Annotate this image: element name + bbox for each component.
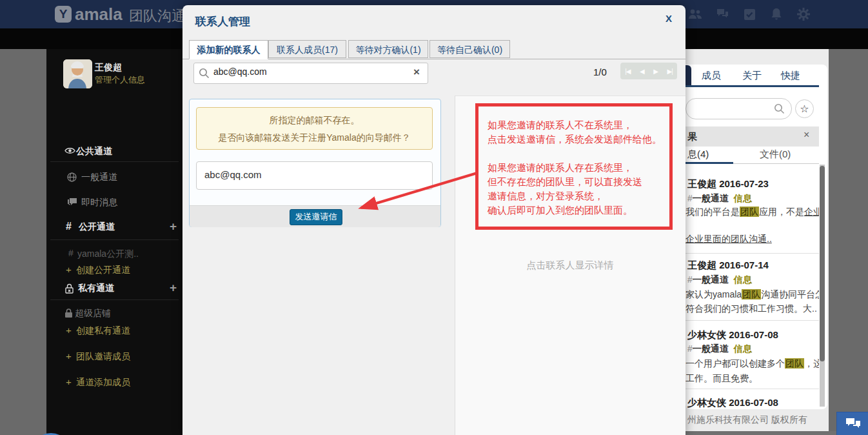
yamala-logo-icon: Y bbox=[55, 6, 72, 23]
avatar[interactable] bbox=[63, 59, 92, 88]
plus-icon: + bbox=[66, 325, 72, 336]
modal-close-button[interactable]: X bbox=[666, 13, 672, 24]
chat-icon[interactable] bbox=[715, 6, 730, 22]
result-snippet[interactable]: 一个用户都可以创建多个团队，这样 bbox=[686, 358, 819, 370]
sidebar-item-private-channels[interactable]: 私有通道 + bbox=[46, 282, 182, 295]
divider bbox=[686, 253, 819, 254]
tab-shortcuts[interactable]: 快捷 bbox=[781, 70, 800, 82]
result-snippet[interactable]: 符合我们的习惯和工作习惯。大.. bbox=[686, 303, 819, 315]
result-snippet[interactable]: 企业里面的团队沟通.. bbox=[686, 234, 819, 245]
divider bbox=[686, 389, 819, 389]
message-badge: 信息 bbox=[734, 193, 752, 203]
hash-icon: # bbox=[68, 248, 74, 258]
tab-about[interactable]: 关于 bbox=[742, 70, 762, 82]
tab-members[interactable]: 成员 bbox=[702, 70, 721, 82]
tasks-icon[interactable] bbox=[742, 6, 757, 22]
result-author-date[interactable]: 王俊超 2016-07-23 bbox=[687, 178, 769, 190]
right-page-margin bbox=[829, 49, 868, 435]
sidebar-item-yamala-open-test[interactable]: # yamala公开测.. bbox=[46, 248, 182, 261]
contact-search-input[interactable] bbox=[212, 66, 408, 77]
divider bbox=[686, 320, 819, 321]
result-channel-line: #一般通道信息 bbox=[687, 193, 752, 205]
tab-underline bbox=[686, 85, 819, 87]
left-page-margin bbox=[0, 49, 46, 435]
divider bbox=[50, 299, 179, 300]
result-snippet[interactable]: 我们的平台是团队应用，不是企业应 bbox=[686, 207, 819, 218]
hidden-active-tab-stub[interactable] bbox=[686, 65, 691, 86]
logo-text: amala bbox=[75, 5, 123, 25]
sidebar: 王俊超 管理个人信息 公共通道 一般通道 即时消息 # 公开通道 + # yam… bbox=[46, 49, 182, 435]
tab-waiting-other-confirm[interactable]: 等待对方确认(1) bbox=[348, 40, 428, 58]
sidebar-item-add-channel-members[interactable]: + 通道添加成员 bbox=[46, 376, 182, 389]
message-badge: 信息 bbox=[734, 274, 752, 285]
search-icon bbox=[199, 68, 210, 79]
add-private-channel-plus[interactable]: + bbox=[170, 281, 177, 295]
result-author-date[interactable]: 少林女侠 2016-07-08 bbox=[687, 397, 778, 409]
tab-add-new-contact[interactable]: 添加新的联系人 bbox=[189, 40, 268, 59]
globe-icon bbox=[67, 172, 77, 182]
chat-bubbles-icon bbox=[845, 418, 861, 430]
message-badge: 信息 bbox=[734, 343, 752, 354]
tab-messages[interactable]: 息(4) bbox=[687, 148, 709, 161]
logo-suffix: 团队沟通 bbox=[129, 6, 186, 26]
add-open-channel-plus[interactable]: + bbox=[170, 219, 177, 234]
manage-profile-link[interactable]: 管理个人信息 bbox=[95, 74, 145, 86]
panel-scrollbar-thumb[interactable] bbox=[820, 166, 825, 361]
clear-search-icon[interactable]: × bbox=[413, 66, 420, 79]
sidebar-item-open-channels[interactable]: # 公开通道 + bbox=[46, 221, 182, 234]
panel-search-input[interactable] bbox=[686, 98, 792, 119]
annotation-red-box: 如果您邀请的联系人不在系统里， 点击发送邀请信，系统会发送邮件给他。 如果您邀请… bbox=[475, 103, 673, 230]
favorite-star-button[interactable]: ☆ bbox=[795, 99, 814, 118]
click-contact-hint: 点击联系人显示详情 bbox=[455, 259, 686, 272]
user-name: 王俊超 bbox=[95, 62, 122, 74]
gear-icon[interactable] bbox=[796, 6, 811, 22]
plus-icon: + bbox=[66, 350, 72, 361]
chat-fab-button[interactable] bbox=[836, 412, 868, 435]
close-icon[interactable]: × bbox=[804, 129, 809, 141]
search-results-panel: 成员 关于 快捷 ☆ 果 × 息(4) 文件(0) 王俊超 2016-07-23… bbox=[686, 65, 827, 409]
sidebar-item-super-store[interactable]: 超级店铺 bbox=[46, 307, 182, 320]
modal-title: 联系人管理 bbox=[195, 14, 250, 29]
pagination-label: 1/0 bbox=[593, 66, 607, 77]
highlighted-keyword: 团队 bbox=[740, 207, 759, 217]
sidebar-item-public-channels[interactable]: 公共通道 bbox=[46, 145, 182, 158]
message-bubble-icon bbox=[67, 197, 77, 207]
email-not-found-notice: 所指定的邮箱不存在。 是否向该邮箱发送关于注册Yamala的向导邮件？ bbox=[196, 107, 433, 150]
result-channel-line: #一般通道信息 bbox=[687, 343, 752, 355]
hash-icon: # bbox=[66, 221, 72, 232]
members-icon[interactable] bbox=[687, 6, 703, 22]
lock-icon bbox=[64, 309, 73, 318]
invite-email-input[interactable] bbox=[203, 168, 425, 181]
sidebar-item-create-private-channel[interactable]: + 创建私有通道 bbox=[46, 325, 182, 338]
bell-icon[interactable] bbox=[769, 6, 784, 22]
divider bbox=[50, 161, 179, 162]
pagination-controls: |◀ ◀ ▶ ▶| bbox=[620, 63, 677, 79]
result-author-date[interactable]: 少林女侠 2016-07-08 bbox=[687, 329, 778, 341]
next-page-button[interactable]: ▶ bbox=[653, 68, 658, 75]
result-channel-line: #一般通道信息 bbox=[687, 274, 752, 286]
plus-icon: + bbox=[66, 376, 72, 387]
contact-management-modal: 联系人管理 X 添加新的联系人 联系人成员(17) 等待对方确认(1) 等待自己… bbox=[182, 5, 686, 435]
active-tab-underline bbox=[686, 162, 733, 164]
divider bbox=[50, 239, 179, 240]
sidebar-item-invite-team-members[interactable]: + 团队邀请成员 bbox=[46, 350, 182, 363]
highlighted-keyword: 团队 bbox=[785, 358, 804, 369]
tab-files[interactable]: 文件(0) bbox=[760, 148, 791, 161]
sidebar-item-general-channel[interactable]: 一般通道 bbox=[46, 171, 182, 184]
plus-icon: + bbox=[66, 264, 72, 275]
sidebar-item-create-open-channel[interactable]: + 创建公开通道 bbox=[46, 264, 182, 277]
send-invite-button[interactable]: 发送邀请信 bbox=[290, 209, 342, 225]
tab-waiting-self-confirm[interactable]: 等待自己确认(0) bbox=[429, 40, 510, 58]
invite-card-footer: 发送邀请信 bbox=[190, 205, 440, 227]
first-page-button[interactable]: |◀ bbox=[625, 68, 630, 75]
result-snippet[interactable]: 家认为yamala团队沟通协同平台怎么 bbox=[686, 289, 819, 301]
last-page-button[interactable]: ▶| bbox=[667, 68, 672, 75]
results-header-bar bbox=[686, 126, 819, 147]
sidebar-item-instant-messages[interactable]: 即时消息 bbox=[46, 196, 182, 209]
copyright-text: 州施乐科技有限公司 版权所有 bbox=[687, 414, 807, 426]
result-snippet[interactable]: 工作。而且免费。 bbox=[686, 373, 819, 385]
prev-page-button[interactable]: ◀ bbox=[640, 68, 644, 75]
result-author-date[interactable]: 王俊超 2016-07-14 bbox=[687, 259, 769, 272]
tab-contact-members[interactable]: 联系人成员(17) bbox=[268, 40, 346, 58]
header-icons bbox=[687, 6, 811, 22]
